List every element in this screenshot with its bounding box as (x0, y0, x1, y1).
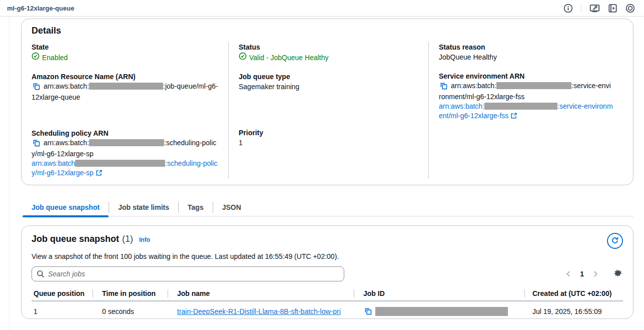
gear-icon (614, 269, 623, 279)
snapshot-description: View a snapshot of the front 100 jobs wa… (32, 251, 623, 261)
column-header-job-id[interactable]: Job ID (354, 289, 525, 297)
table-header-row: Queue position Time in position Job name… (32, 286, 623, 301)
state-field: State Enabled (32, 42, 218, 63)
time-in-position-cell: 0 seconds (93, 307, 168, 315)
search-icon (37, 270, 45, 279)
service-environment-link[interactable]: arn:aws:batch::service-environment/ml-g6… (439, 102, 613, 120)
column-header-queue-position[interactable]: Queue position (32, 289, 93, 297)
details-column-2: Status Valid - JobQueue Healthy Job queu… (228, 42, 428, 179)
app-header: ml-g6-12xlarge-queue (0, 0, 644, 17)
job-id-cell (354, 307, 525, 316)
devtools-icon[interactable] (589, 4, 600, 13)
check-circle-icon (239, 52, 247, 63)
copy-icon[interactable] (33, 83, 40, 93)
redacted-job-id (375, 307, 508, 316)
page-title: ml-g6-12xlarge-queue (7, 5, 74, 12)
details-heading: Details (32, 25, 623, 36)
job-queue-type-label: Job queue type (239, 72, 418, 82)
table-preferences-button[interactable] (614, 269, 623, 279)
external-link-icon (96, 169, 103, 179)
service-environment-label: Service environment ARN (439, 71, 613, 81)
priority-value: 1 (239, 138, 418, 148)
refresh-button[interactable] (607, 233, 623, 249)
scheduling-policy-link[interactable]: arn:aws:batch:scheduling-policy/ml-g6-12… (32, 159, 217, 177)
tab-job-queue-snapshot[interactable]: Job queue snapshot (23, 198, 109, 216)
status-reason-field: Status reason JobQueue Healthy (439, 42, 613, 62)
page-number[interactable]: 1 (576, 270, 588, 278)
redacted-account-id (75, 160, 165, 167)
arn-label: Amazon Resource Name (ARN) (32, 72, 218, 82)
content-left-rule (9, 17, 10, 330)
table-row: 1 0 seconds train-DeepSeek-R1-Distill-Ll… (32, 301, 623, 319)
redacted-account-id (496, 82, 571, 89)
column-header-created-at[interactable]: Created at (UTC +02:00) (525, 289, 623, 297)
queue-position-cell: 1 (32, 307, 93, 315)
redacted-account-id (89, 83, 163, 90)
arn-prefix: arn:aws:batch: (44, 82, 89, 90)
priority-label: Priority (239, 128, 418, 138)
priority-field: Priority 1 (239, 128, 418, 148)
external-link-icon (510, 112, 517, 122)
scheduling-policy-field: Scheduling policy ARN arn:aws:batch::sch… (32, 128, 218, 179)
details-column-1: State Enabled Amazon Resource Name (ARN)… (32, 42, 228, 179)
redacted-account-id (89, 139, 164, 146)
details-column-3: Status reason JobQueue Healthy Service e… (428, 42, 623, 179)
created-at-cell: Jul 19, 2025, 16:55:09 (525, 307, 623, 315)
tab-job-state-limits[interactable]: Job state limits (109, 198, 178, 216)
arn-field: Amazon Resource Name (ARN) arn:aws:batch… (32, 72, 218, 102)
scheduling-policy-label: Scheduling policy ARN (32, 128, 218, 138)
tab-json[interactable]: JSON (213, 198, 250, 216)
redacted-account-id (484, 103, 557, 110)
snapshot-table: Queue position Time in position Job name… (32, 286, 623, 319)
details-panel: Details State Enabled Amazon Resource Na… (21, 19, 633, 185)
job-name-cell: train-DeepSeek-R1-Distill-Llama-8B-sft-b… (168, 307, 354, 315)
status-value: Valid - JobQueue Healthy (249, 53, 329, 63)
status-field: Status Valid - JobQueue Healthy (239, 42, 418, 63)
service-environment-field: Service environment ARN arn:aws:batch::s… (439, 71, 613, 122)
column-header-time-in-position[interactable]: Time in position (93, 289, 168, 297)
header-divider (581, 3, 581, 13)
job-queue-snapshot-panel: Job queue snapshot (1) Info View a snaps… (21, 225, 633, 319)
snapshot-title: Job queue snapshot (32, 233, 119, 245)
info-link[interactable]: Info (139, 236, 150, 243)
state-value: Enabled (42, 53, 68, 63)
scheduling-arn-prefix: arn:aws:batch: (44, 139, 89, 147)
job-queue-type-value: Sagemaker training (239, 82, 418, 92)
status-label: Status (239, 42, 418, 52)
copy-icon[interactable] (364, 307, 372, 316)
previous-page-button[interactable] (561, 268, 576, 279)
tab-bar: Job queue snapshot Job state limits Tags… (23, 198, 633, 217)
service-env-prefix: arn:aws:batch: (451, 82, 496, 90)
settings-icon[interactable] (625, 4, 635, 13)
column-header-job-name[interactable]: Job name (168, 289, 354, 297)
refresh-icon (611, 236, 619, 246)
copy-icon[interactable] (440, 82, 447, 92)
copy-icon[interactable] (33, 139, 40, 149)
search-input[interactable] (32, 266, 344, 281)
info-icon[interactable] (563, 4, 573, 13)
state-label: State (32, 42, 218, 52)
resources-icon[interactable] (608, 4, 617, 13)
check-circle-icon (32, 52, 40, 63)
tab-tags[interactable]: Tags (179, 198, 213, 216)
snapshot-count: (1) (122, 233, 133, 245)
job-queue-type-field: Job queue type Sagemaker training (239, 72, 418, 92)
next-page-button[interactable] (588, 268, 603, 279)
status-reason-label: Status reason (439, 42, 613, 52)
status-reason-value: JobQueue Healthy (439, 52, 613, 62)
job-name-link[interactable]: train-DeepSeek-R1-Distill-Llama-8B-sft-b… (177, 307, 341, 315)
